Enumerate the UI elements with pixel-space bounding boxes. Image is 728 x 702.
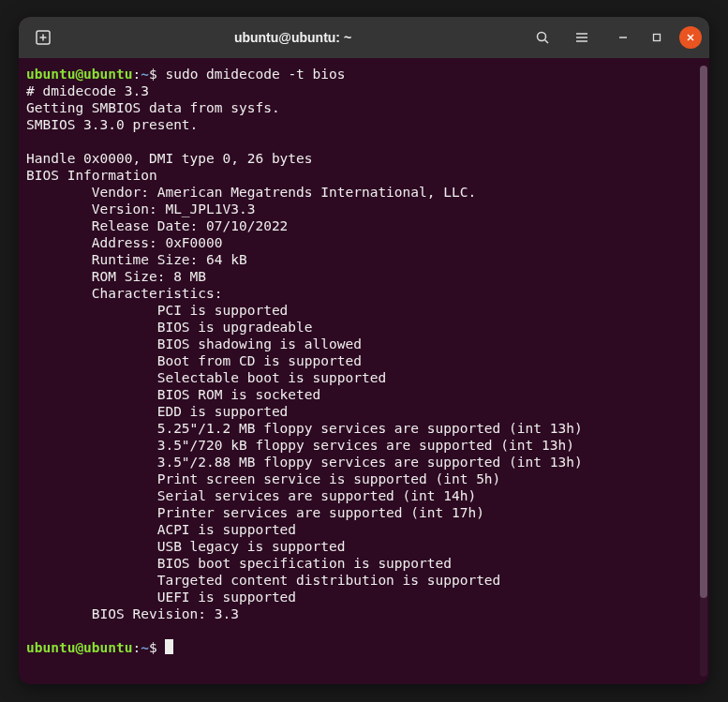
output-line: ACPI is supported	[26, 521, 706, 538]
output-line: Version: ML_JPL1V3.3	[26, 201, 706, 217]
titlebar: ubuntu@ubuntu: ~	[19, 17, 709, 58]
cwd: ~	[141, 640, 149, 655]
output-line: 3.5"/2.88 MB floppy services are support…	[26, 454, 706, 470]
output-line: 5.25"/1.2 MB floppy services are support…	[26, 420, 706, 437]
prompt-symbol: $	[149, 67, 157, 82]
output-line: Vendor: American Megatrends Internationa…	[26, 184, 706, 201]
svg-rect-9	[654, 35, 661, 41]
bios-fields: Vendor: American Megatrends Internationa…	[26, 184, 706, 302]
close-icon	[686, 33, 695, 42]
minimize-icon	[618, 33, 628, 42]
output-line: EDD is supported	[26, 403, 706, 420]
bios-characteristics: PCI is supported BIOS is upgradeable BIO…	[26, 302, 706, 605]
output-blank	[26, 133, 706, 150]
new-tab-icon	[35, 29, 52, 46]
svg-line-4	[545, 40, 549, 44]
output-line: SMBIOS 3.3.0 present.	[26, 116, 706, 133]
output-line: BIOS ROM is socketed	[26, 386, 706, 403]
close-button[interactable]	[679, 26, 702, 49]
new-tab-button[interactable]	[26, 22, 60, 52]
svg-point-3	[538, 33, 546, 41]
user-host: ubuntu@ubuntu	[26, 640, 133, 655]
command-text: sudo dmidecode -t bios	[165, 67, 345, 82]
cwd: ~	[141, 67, 149, 82]
search-icon	[535, 30, 550, 45]
output-line: Printer services are supported (int 17h)	[26, 504, 706, 521]
search-button[interactable]	[526, 22, 559, 52]
output-line: Serial services are supported (int 14h)	[26, 487, 706, 504]
output-line: USB legacy is supported	[26, 538, 706, 555]
prompt-line: ubuntu@ubuntu:~$ sudo dmidecode -t bios	[26, 66, 706, 82]
minimize-button[interactable]	[612, 26, 634, 49]
output-line: PCI is supported	[26, 302, 706, 319]
window-title: ubuntu@ubuntu: ~	[66, 30, 520, 45]
terminal-window: ubuntu@ubuntu: ~	[19, 17, 709, 684]
output-line: Address: 0xF0000	[26, 234, 706, 251]
output-line: BIOS Information	[26, 167, 706, 184]
terminal-body[interactable]: ubuntu@ubuntu:~$ sudo dmidecode -t bios …	[19, 58, 709, 684]
menu-button[interactable]	[565, 22, 599, 52]
output-line: # dmidecode 3.3	[26, 82, 706, 99]
output-line: Targeted content distribution is support…	[26, 572, 706, 589]
hamburger-icon	[574, 30, 589, 45]
scrollbar-thumb[interactable]	[700, 66, 707, 598]
output-line: Handle 0x0000, DMI type 0, 26 bytes	[26, 150, 706, 167]
cursor	[165, 639, 173, 654]
output-line: Release Date: 07/10/2022	[26, 217, 706, 234]
output-line: BIOS Revision: 3.3	[26, 605, 706, 622]
maximize-button[interactable]	[646, 26, 668, 49]
output-line: Boot from CD is supported	[26, 352, 706, 369]
output-line: Characteristics:	[26, 285, 706, 302]
window-controls	[612, 26, 702, 49]
output-line: Getting SMBIOS data from sysfs.	[26, 99, 706, 116]
output-line: BIOS boot specification is supported	[26, 555, 706, 572]
output-blank	[26, 622, 706, 639]
maximize-icon	[652, 33, 661, 42]
output-line: UEFI is supported	[26, 589, 706, 605]
output-line: BIOS shadowing is allowed	[26, 336, 706, 352]
output-line: BIOS is upgradeable	[26, 319, 706, 336]
output-line: 3.5"/720 kB floppy services are supporte…	[26, 437, 706, 454]
output-line: Selectable boot is supported	[26, 369, 706, 386]
prompt-line: ubuntu@ubuntu:~$	[26, 639, 706, 656]
output-line: Print screen service is supported (int 5…	[26, 470, 706, 487]
output-line: ROM Size: 8 MB	[26, 268, 706, 285]
prompt-symbol: $	[149, 640, 157, 655]
output-line: Runtime Size: 64 kB	[26, 251, 706, 268]
user-host: ubuntu@ubuntu	[26, 67, 133, 82]
